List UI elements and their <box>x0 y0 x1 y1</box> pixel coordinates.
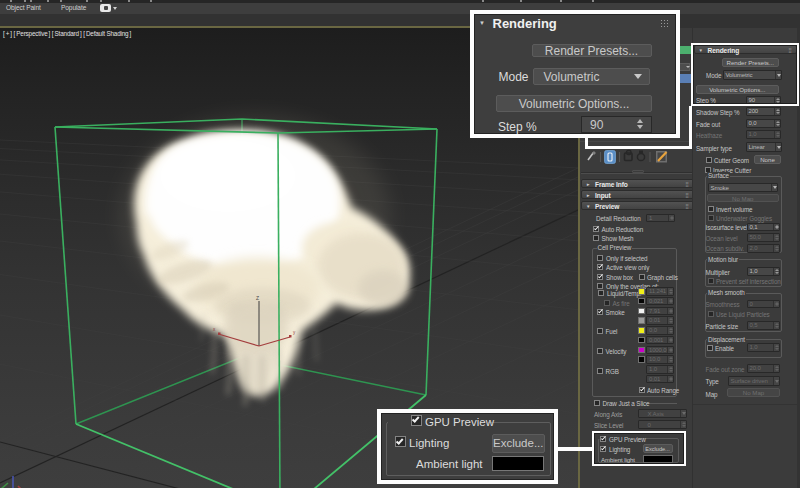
svg-text:Z: Z <box>256 295 259 301</box>
